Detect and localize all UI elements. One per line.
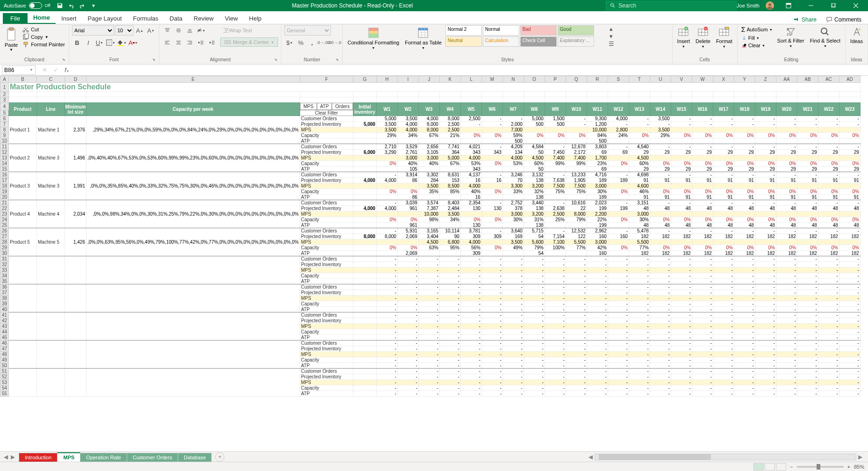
data-cell[interactable]: - — [629, 290, 650, 296]
data-cell[interactable]: - — [755, 312, 776, 318]
data-cell[interactable] — [650, 183, 671, 189]
data-cell[interactable]: 182 — [797, 234, 818, 239]
data-cell[interactable]: - — [502, 380, 524, 385]
data-cell[interactable]: 160 — [587, 251, 608, 256]
data-cell[interactable] — [353, 211, 376, 217]
data-cell[interactable]: - — [797, 363, 818, 369]
data-cell[interactable] — [608, 183, 629, 189]
data-cell[interactable]: - — [376, 307, 397, 312]
filter-mps[interactable]: MPS — [300, 103, 317, 110]
data-cell[interactable]: - — [608, 307, 629, 312]
data-cell[interactable]: - — [692, 335, 713, 341]
align-right-icon[interactable] — [185, 37, 195, 48]
row-header[interactable]: 10 — [0, 138, 9, 144]
data-cell[interactable]: - — [376, 329, 397, 335]
redo-icon[interactable] — [79, 2, 86, 9]
data-cell[interactable]: - — [671, 144, 692, 150]
data-cell[interactable]: - — [418, 262, 439, 268]
data-cell[interactable]: - — [502, 268, 524, 273]
data-cell[interactable]: - — [671, 352, 692, 357]
data-cell[interactable]: - — [460, 324, 481, 329]
line-name[interactable]: Machine 1 — [37, 116, 65, 144]
data-cell[interactable]: - — [481, 324, 502, 329]
col-header-H[interactable]: H — [376, 76, 397, 83]
data-cell[interactable]: - — [797, 122, 818, 127]
data-cell[interactable]: 3,529 — [397, 144, 418, 150]
data-cell[interactable]: 48 — [734, 206, 755, 211]
data-cell[interactable]: - — [671, 363, 692, 369]
data-cell[interactable]: - — [818, 228, 839, 234]
row-header[interactable]: 35 — [0, 279, 9, 284]
data-cell[interactable]: - — [439, 391, 460, 397]
data-cell[interactable]: - — [418, 346, 439, 352]
data-cell[interactable]: - — [566, 312, 587, 318]
data-cell[interactable]: 284 — [418, 178, 439, 183]
data-cell[interactable]: 182 — [755, 234, 776, 239]
data-cell[interactable]: - — [376, 284, 397, 290]
data-cell[interactable]: - — [797, 273, 818, 279]
data-cell[interactable]: - — [776, 273, 797, 279]
data-cell[interactable]: 182 — [713, 251, 734, 256]
data-cell[interactable] — [671, 138, 692, 144]
share-button[interactable]: Share — [789, 15, 820, 24]
data-cell[interactable]: - — [797, 346, 818, 352]
data-cell[interactable]: - — [671, 380, 692, 385]
data-cell[interactable]: - — [376, 352, 397, 357]
data-cell[interactable]: 69 — [608, 150, 629, 155]
row-header[interactable]: 49 — [0, 357, 9, 363]
data-cell[interactable]: - — [713, 284, 734, 290]
data-cell[interactable]: - — [587, 284, 608, 290]
decrease-decimal-icon[interactable]: .00→.0 — [329, 37, 339, 48]
data-cell[interactable]: - — [692, 172, 713, 178]
data-cell[interactable] — [545, 195, 566, 200]
data-cell[interactable]: 182 — [692, 251, 713, 256]
underline-button[interactable]: U▼ — [94, 37, 105, 48]
data-cell[interactable]: - — [418, 374, 439, 380]
data-cell[interactable]: - — [755, 307, 776, 312]
data-cell[interactable]: 0% — [755, 189, 776, 195]
data-cell[interactable]: - — [481, 290, 502, 296]
data-cell[interactable]: - — [818, 296, 839, 301]
data-cell[interactable]: - — [692, 284, 713, 290]
data-cell[interactable]: - — [502, 312, 524, 318]
align-bottom-icon[interactable] — [185, 25, 195, 36]
data-cell[interactable]: 91 — [818, 178, 839, 183]
header-week[interactable]: W10 — [566, 103, 587, 116]
data-cell[interactable]: - — [776, 279, 797, 284]
data-cell[interactable]: 3,500 — [397, 116, 418, 122]
data-cell[interactable]: - — [797, 374, 818, 380]
styles-scroll-down-icon[interactable]: ▾ — [606, 33, 617, 40]
data-cell[interactable]: - — [545, 301, 566, 307]
data-cell[interactable]: - — [608, 284, 629, 290]
data-cell[interactable]: 7,450 — [545, 150, 566, 155]
product-name[interactable] — [9, 284, 37, 312]
data-cell[interactable]: - — [460, 374, 481, 380]
data-cell[interactable]: 0% — [376, 245, 397, 251]
col-header-C[interactable]: C — [37, 76, 65, 83]
ideas-button[interactable]: Ideas — [848, 25, 865, 45]
data-cell[interactable]: - — [439, 268, 460, 273]
data-cell[interactable]: - — [650, 374, 671, 380]
data-cell[interactable]: - — [545, 172, 566, 178]
product-name[interactable]: Product 3 — [9, 172, 37, 200]
data-cell[interactable]: 160 — [587, 234, 608, 239]
style-explanatory[interactable]: Explanatory ... — [558, 36, 594, 47]
data-cell[interactable]: - — [566, 122, 587, 127]
data-cell[interactable]: - — [439, 374, 460, 380]
data-cell[interactable]: - — [608, 357, 629, 363]
data-cell[interactable] — [797, 183, 818, 189]
data-cell[interactable]: 29 — [839, 150, 860, 155]
maximize-icon[interactable] — [825, 0, 842, 11]
data-cell[interactable]: 182 — [734, 251, 755, 256]
data-cell[interactable] — [397, 183, 418, 189]
data-cell[interactable]: 2,200 — [587, 211, 608, 217]
data-cell[interactable]: 7,387 — [418, 206, 439, 211]
data-cell[interactable]: - — [502, 335, 524, 341]
data-cell[interactable]: - — [545, 341, 566, 346]
col-header-U[interactable]: U — [650, 76, 671, 83]
data-cell[interactable] — [797, 211, 818, 217]
data-cell[interactable]: - — [545, 363, 566, 369]
data-cell[interactable]: 0% — [481, 133, 502, 138]
data-cell[interactable]: 199 — [587, 223, 608, 228]
data-cell[interactable]: - — [587, 357, 608, 363]
